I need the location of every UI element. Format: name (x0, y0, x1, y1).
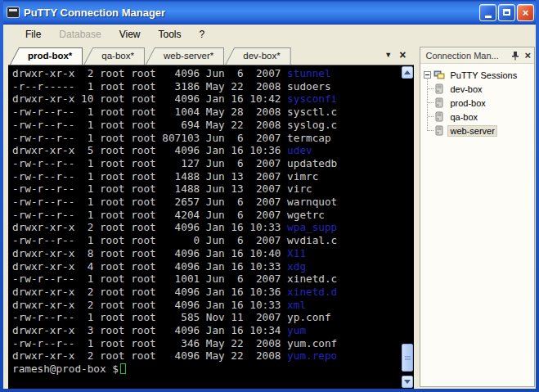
tab-web-server[interactable]: web-server* (146, 47, 224, 65)
terminal-row: -rw-r--r-- 1 root root 585 Nov 11 2007 y… (12, 311, 401, 324)
connection-manager-panel: Connection Man... × PuT (420, 47, 535, 387)
sessions-tree: PuTTY Sessions dev-boxprod-boxqa-boxweb-… (420, 64, 534, 137)
terminal-output: drwxr-xr-x 2 root root 4096 Jun 6 2007 s… (12, 67, 401, 389)
terminal-row: -r--r----- 1 root root 3186 May 22 2008 … (12, 80, 401, 93)
window-title: PuTTY Connection Manager (24, 7, 479, 19)
app-icon (7, 7, 20, 18)
tree-item-label: qa-box (447, 111, 480, 123)
server-icon (433, 97, 445, 108)
collapse-expander-icon[interactable] (424, 71, 431, 79)
close-icon: × (523, 7, 529, 18)
terminal-row: drwxr-xr-x 2 root root 4096 Jun 6 2007 s… (12, 67, 401, 80)
terminal-row: -rw-r--r-- 1 root root 694 May 22 2008 s… (12, 119, 401, 132)
scroll-down-button[interactable] (402, 376, 413, 388)
tab-qa-box[interactable]: qa-box* (83, 47, 145, 65)
tab-close-icon[interactable]: × (399, 49, 406, 61)
terminal-row: -rw-r--r-- 1 root root 1488 Jun 13 2007 … (12, 170, 401, 183)
content-area: prod-box*qa-box*web-server*dev-box*▼× dr… (3, 45, 536, 389)
server-icon (433, 83, 445, 94)
tab-label: prod-box* (10, 47, 83, 61)
menu-item-database: Database (52, 26, 108, 43)
panel-splitter[interactable] (414, 45, 420, 389)
panel-close-icon[interactable]: × (524, 50, 531, 61)
terminal-row: -rw-r--r-- 1 root root 1001 Jun 6 2007 x… (12, 273, 401, 286)
panel-title: Connection Man... (425, 51, 510, 61)
terminal-row: -rw-r--r-- 1 root root 127 Jun 6 2007 up… (12, 157, 401, 170)
tab-list-chevron-down-icon[interactable]: ▼ (384, 52, 392, 59)
minimize-button[interactable] (479, 4, 496, 21)
sessions-folder-icon (433, 70, 445, 80)
terminal-row: -rw-r--r-- 1 root root 346 May 22 2008 y… (12, 337, 401, 350)
terminal-row: drwxr-xr-x 2 root root 4096 Jan 16 10:33… (12, 221, 401, 234)
scroll-up-button[interactable] (402, 66, 413, 79)
tree-item-dev-box[interactable]: dev-box (424, 82, 532, 96)
terminal-row: drwxr-xr-x 2 root root 4096 Jan 16 10:36… (12, 286, 401, 299)
terminal-row: -rw-r--r-- 1 root root 4204 Jun 6 2007 w… (12, 209, 401, 222)
maximize-button[interactable] (498, 4, 515, 21)
terminal-prompt: ramesh@prod-box $ (12, 363, 401, 376)
terminal-row: -rw-r--r-- 1 root root 1488 Jun 13 2007 … (12, 182, 401, 196)
tab-prod-box[interactable]: prod-box* (10, 47, 83, 65)
minimize-icon (485, 16, 492, 18)
terminal-cursor (120, 363, 126, 374)
maximize-icon (503, 9, 510, 16)
tab-strip: prod-box*qa-box*web-server*dev-box*▼× (8, 45, 414, 65)
terminal-row: drwxr-xr-x 2 root root 4096 May 22 2008 … (12, 349, 401, 363)
server-icon (433, 125, 445, 136)
tree-item-label: web-server (447, 125, 496, 137)
terminal-row: -rw-r--r-- 1 root root 1004 May 28 2008 … (12, 106, 401, 119)
tab-dev-box[interactable]: dev-box* (225, 47, 290, 65)
panel-header: Connection Man... × (420, 47, 534, 64)
title-bar[interactable]: PuTTY Connection Manager × (3, 0, 536, 25)
close-button[interactable]: × (517, 4, 534, 21)
terminal-screen[interactable]: drwxr-xr-x 2 root root 4096 Jun 6 2007 s… (8, 65, 414, 389)
terminal-row: drwxr-xr-x 8 root root 4096 Jan 16 10:40… (12, 247, 401, 260)
terminal-row: drwxr-xr-x 2 root root 4096 Jan 16 10:33… (12, 299, 401, 312)
tree-item-label: dev-box (447, 83, 484, 95)
tree-root-putty-sessions[interactable]: PuTTY Sessions (424, 68, 532, 82)
tree-item-web-server[interactable]: web-server (424, 124, 532, 137)
pin-icon[interactable] (510, 51, 520, 61)
terminal-row: -rw-r--r-- 1 root root 2657 Jun 6 2007 w… (12, 196, 401, 209)
arrow-up-icon (404, 70, 411, 74)
terminal-row: drwxr-xr-x 4 root root 4096 Jan 16 10:33… (12, 260, 401, 273)
tree-item-qa-box[interactable]: qa-box (424, 110, 532, 124)
arrow-down-icon (404, 380, 411, 384)
menu-item-[interactable]: ? (192, 26, 213, 43)
server-icon (433, 111, 445, 122)
tree-item-prod-box[interactable]: prod-box (424, 96, 532, 110)
menu-bar: FileDatabaseViewTools? (3, 25, 536, 45)
terminal-row: drwxr-xr-x 10 root root 4096 Jan 16 10:4… (12, 92, 401, 106)
tree-item-label: prod-box (447, 97, 487, 109)
tab-label: dev-box* (225, 47, 290, 61)
terminal-row: -rw-r--r-- 1 root root 807103 Jun 6 2007… (12, 132, 401, 145)
terminal-region: prod-box*qa-box*web-server*dev-box*▼× dr… (3, 45, 414, 389)
terminal-row: -rw-r--r-- 1 root root 0 Jun 6 2007 wvdi… (12, 234, 401, 247)
terminal-scrollbar[interactable] (401, 65, 414, 389)
tab-label: qa-box* (83, 47, 145, 61)
menu-item-tools[interactable]: Tools (151, 26, 189, 43)
terminal-row: drwxr-xr-x 3 root root 4096 Jan 16 10:34… (12, 324, 401, 337)
terminal-row: drwxr-xr-x 5 root root 4096 Jan 16 10:36… (12, 144, 401, 157)
menu-item-file[interactable]: File (18, 26, 48, 43)
tab-label: web-server* (146, 47, 224, 61)
tree-root-label: PuTTY Sessions (447, 70, 519, 81)
scrollbar-thumb[interactable] (402, 344, 413, 372)
app-window: PuTTY Connection Manager × FileDatabaseV… (0, 0, 539, 392)
menu-item-view[interactable]: View (112, 26, 148, 43)
